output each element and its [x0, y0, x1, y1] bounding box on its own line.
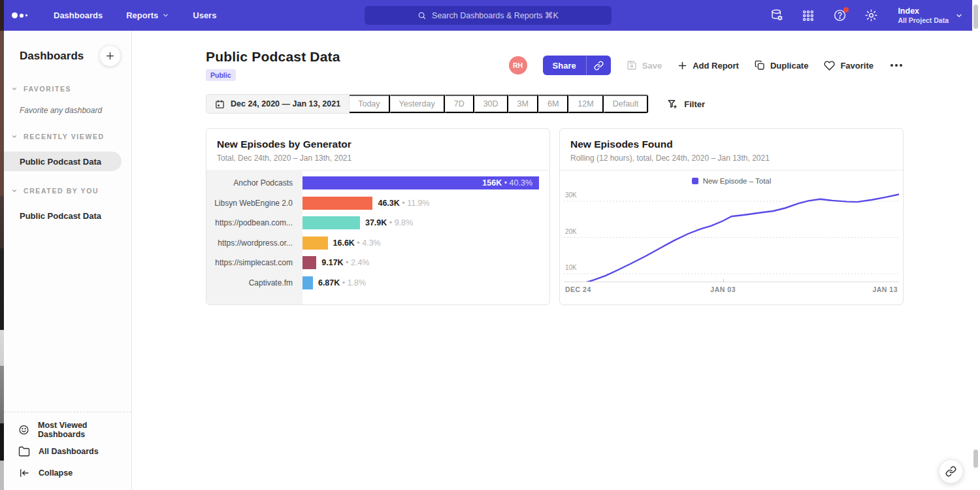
copy-icon [755, 60, 765, 71]
calendar-icon [215, 99, 225, 109]
all-dashboards-button[interactable]: All Dashboards [4, 440, 131, 462]
preset-30d[interactable]: 30D [474, 95, 508, 113]
preset-6m[interactable]: 6M [538, 95, 568, 113]
nav-item-users[interactable]: Users [193, 10, 216, 20]
bar-row: https://simplecast.com9.17K • 2.4% [206, 253, 549, 273]
top-navbar: DashboardsReportsUsers Search Dashboards… [4, 0, 972, 31]
bar[interactable] [302, 216, 360, 229]
data-sources-icon[interactable] [770, 8, 784, 23]
notification-badge [843, 7, 849, 12]
heart-icon [824, 60, 835, 71]
bar-value-label: 37.9K • 9.8% [365, 218, 413, 227]
bar-row: Libsyn WebEngine 2.046.3K • 11.9% [206, 193, 549, 214]
svg-text:20K: 20K [565, 228, 577, 235]
background-window-edge [0, 0, 4, 490]
bar[interactable] [302, 237, 328, 250]
main-nav: DashboardsReportsUsers [54, 10, 216, 20]
sidebar: Dashboards FAVORITES Favorite any dashbo… [4, 31, 132, 490]
scrollbar-thumb[interactable] [973, 5, 978, 29]
date-range-group: Dec 24, 2020 — Jan 13, 2021 TodayYesterd… [206, 94, 649, 114]
add-report-button[interactable]: Add Report [678, 61, 739, 71]
collapse-left-icon [18, 467, 30, 479]
apps-grid-icon[interactable] [801, 8, 815, 23]
preset-today[interactable]: Today [350, 95, 389, 113]
save-button[interactable]: Save [627, 60, 662, 71]
x-tick-label: JAN 13 [872, 286, 898, 293]
bar-category-label: https://simplecast.com [206, 258, 302, 267]
share-link-button[interactable] [587, 56, 611, 75]
mode-dots-logo[interactable] [12, 12, 34, 18]
preset-default[interactable]: Default [604, 95, 649, 113]
search-icon [417, 11, 427, 20]
bar-value-label: 9.17K • 2.4% [321, 258, 369, 267]
collapse-sidebar-button[interactable]: Collapse [4, 462, 131, 483]
chart-legend: New Episode – Total [560, 177, 903, 185]
date-presets: TodayYesterday7D30D3M6M12MDefault [350, 95, 648, 113]
preset-3m[interactable]: 3M [508, 95, 538, 113]
share-button[interactable]: Share [543, 56, 611, 75]
date-range-picker[interactable]: Dec 24, 2020 — Jan 13, 2021 [206, 95, 350, 113]
settings-gear-icon[interactable] [864, 8, 878, 23]
scrollbar-thumb[interactable] [973, 449, 978, 468]
add-dashboard-button[interactable] [99, 45, 121, 67]
card-title: New Episodes Found [570, 139, 892, 150]
chevron-down-icon [162, 12, 169, 19]
preset-yesterday[interactable]: Yesterday [390, 95, 445, 113]
date-range-text: Dec 24, 2020 — Jan 13, 2021 [231, 99, 340, 108]
filter-plus-icon [667, 99, 678, 110]
scrollbar-gutter [972, 0, 980, 490]
bar-track: 156K • 40.3% [302, 173, 549, 193]
most-viewed-dashboards-button[interactable]: Most Viewed Dashboards [4, 419, 131, 440]
link-icon [594, 61, 604, 71]
header-actions: RH Share Save Add Report [509, 56, 904, 75]
nav-item-reports[interactable]: Reports [126, 10, 169, 20]
help-icon[interactable] [832, 8, 847, 23]
report-cards: New Episodes by Generator Total, Dec 24t… [206, 128, 904, 305]
bar-track: 16.6K • 4.3% [302, 233, 549, 253]
project-subtitle: All Project Data [898, 16, 949, 25]
bar-track: 46.3K • 11.9% [302, 193, 549, 214]
plus-icon [678, 61, 687, 71]
bar-category-label: https://wordpress.or... [206, 238, 302, 248]
search-input[interactable]: Search Dashboards & Reports ⌘K [365, 6, 612, 25]
sidebar-title: Dashboards [20, 50, 84, 63]
more-options-button[interactable] [889, 61, 904, 69]
bar[interactable] [302, 197, 372, 210]
x-axis: DEC 24JAN 03JAN 13 [564, 282, 899, 296]
smiley-icon [18, 424, 29, 436]
bar-row: https://podbean.com...37.9K • 9.8% [206, 213, 549, 233]
project-switcher[interactable]: Index All Project Data [898, 7, 963, 25]
duplicate-button[interactable]: Duplicate [755, 60, 809, 71]
sidebar-section-favorites[interactable]: FAVORITES [4, 83, 131, 95]
avatar[interactable]: RH [509, 56, 527, 74]
plus-icon [105, 51, 115, 61]
bar-row: https://wordpress.or...16.6K • 4.3% [206, 233, 549, 253]
preset-12m[interactable]: 12M [568, 95, 603, 113]
card-title: New Episodes by Generator [217, 139, 539, 150]
sidebar-item-public-podcast-data-created[interactable]: Public Podcast Data [4, 206, 131, 225]
preset-7d[interactable]: 7D [445, 95, 474, 113]
bar-value-label: 16.6K • 4.3% [333, 238, 381, 248]
bar-category-label: Captivate.fm [206, 278, 302, 287]
bar[interactable] [302, 276, 313, 289]
navbar-right: Index All Project Data [770, 7, 963, 25]
bar-row: Anchor Podcasts156K • 40.3% [206, 173, 549, 193]
x-tick-label: DEC 24 [565, 286, 591, 293]
sidebar-section-recently-viewed[interactable]: RECENTLY VIEWED [4, 131, 131, 142]
sidebar-item-public-podcast-data[interactable]: Public Podcast Data [4, 152, 122, 171]
card-subtitle: Total, Dec 24th, 2020 – Jan 13th, 2021 [217, 154, 539, 163]
bar-category-label: Libsyn WebEngine 2.0 [206, 199, 302, 208]
bar-track: 6.87K • 1.8% [302, 273, 549, 293]
x-tick-label: JAN 03 [710, 286, 736, 293]
filter-button[interactable]: Filter [667, 99, 705, 110]
favorite-button[interactable]: Favorite [824, 60, 874, 71]
save-icon [627, 60, 637, 71]
floating-link-button[interactable] [939, 459, 963, 483]
nav-item-dashboards[interactable]: Dashboards [54, 10, 103, 20]
bar-category-label: https://podbean.com... [206, 218, 302, 227]
chevron-down-icon [11, 188, 18, 194]
sidebar-section-created-by-you[interactable]: CREATED BY YOU [4, 185, 131, 197]
bar[interactable] [302, 256, 316, 269]
line-chart-plot[interactable]: 30K20K10K [564, 188, 899, 282]
screen: DashboardsReportsUsers Search Dashboards… [0, 0, 980, 490]
